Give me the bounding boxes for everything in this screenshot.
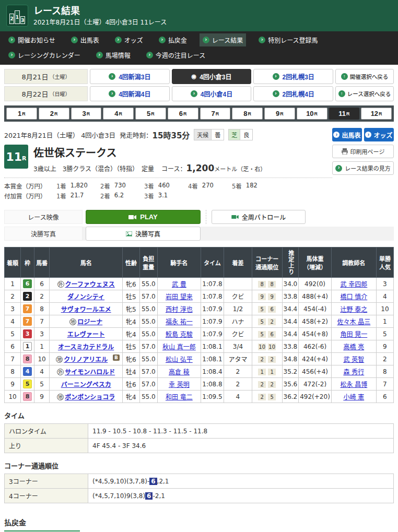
trainer-link[interactable]: 森 秀行 bbox=[343, 369, 364, 376]
jockey-link[interactable]: 鮫島 克駿 bbox=[166, 331, 193, 338]
trainer-link[interactable]: 佐々木 晶三 bbox=[337, 318, 370, 326]
race-tab-8r[interactable]: 8R bbox=[232, 108, 263, 120]
body-weight: 492(+20) bbox=[299, 391, 332, 403]
trainer-cell: 角田 晃一 bbox=[331, 328, 376, 340]
race-tab-3r[interactable]: 3R bbox=[71, 108, 102, 120]
payout-heading: 払戻金 bbox=[4, 517, 80, 531]
return-button-レース選択へ戻る[interactable]: レース選択へ戻る bbox=[335, 86, 394, 101]
waku-cell: 3 bbox=[21, 328, 34, 340]
trainer-link[interactable]: 松永 昌博 bbox=[340, 381, 367, 388]
race-tab-4r[interactable]: 4R bbox=[103, 108, 134, 120]
trainer-link[interactable]: 辻野 泰之 bbox=[340, 306, 367, 313]
nav-item-馬場情報[interactable]: 馬場情報 bbox=[93, 49, 134, 62]
prize-pair: 5着182 bbox=[232, 182, 268, 190]
date-label: 8月21日（土曜） bbox=[4, 69, 88, 84]
race-tab-5r[interactable]: 5R bbox=[135, 108, 166, 120]
horse-link[interactable]: クリノアリエル bbox=[64, 356, 108, 363]
col-header: コーナー通過順位 bbox=[252, 247, 282, 278]
race-tab-9r[interactable]: 9R bbox=[264, 108, 295, 120]
win-popularity: 5 bbox=[376, 328, 393, 340]
jockey-link[interactable]: 福永 祐一 bbox=[166, 318, 193, 326]
horse-link[interactable]: ボンボンショコラ bbox=[65, 394, 115, 401]
horse-link[interactable]: サイモンハロルド bbox=[65, 369, 115, 376]
margin: 1/2 bbox=[224, 303, 252, 315]
meeting-button-2回札幌4日[interactable]: 2回札幌4日 bbox=[253, 86, 333, 101]
prize-row: 本賞金（万円）1着1,8202着7303着4604着2705着182 bbox=[4, 182, 332, 190]
patrol-video-button[interactable]: 全周パトロール bbox=[212, 210, 306, 224]
race-tab-number: 1 bbox=[18, 110, 21, 117]
horse-link[interactable]: サヴォワールエメ bbox=[61, 306, 111, 313]
jockey-cell: 幸 英明 bbox=[157, 378, 201, 391]
nav-item-開催お知らせ[interactable]: 開催お知らせ bbox=[5, 33, 58, 46]
trainer-link[interactable]: 角田 晃一 bbox=[340, 331, 367, 338]
trainer-link[interactable]: 武 幸四郎 bbox=[340, 281, 367, 288]
meeting-button-4回新潟4日[interactable]: 4回新潟4日 bbox=[90, 86, 170, 101]
trainer-link[interactable]: 小崎 憲 bbox=[343, 394, 364, 401]
body-weight: 424(+4) bbox=[299, 353, 332, 365]
race-tab-2r[interactable]: 2R bbox=[39, 108, 69, 120]
horse-name-cell: 外サイモンハロルド bbox=[50, 365, 123, 378]
nav-item-出馬表[interactable]: 出馬表 bbox=[68, 33, 102, 46]
odds-button[interactable]: ›オッズ bbox=[364, 128, 394, 141]
waku-number: 4 bbox=[23, 367, 32, 376]
jockey-link[interactable]: 高倉 稜 bbox=[169, 369, 190, 376]
meeting-button-4回小倉3日[interactable]: ◉4回小倉3日 bbox=[172, 69, 252, 84]
trainer-link[interactable]: 武 英智 bbox=[343, 356, 364, 363]
horse-link[interactable]: バーニングペスカ bbox=[61, 381, 111, 388]
jockey-link[interactable]: 幸 英明 bbox=[169, 381, 190, 388]
waku-cell: 8 bbox=[21, 391, 34, 403]
nav-item-払戻金[interactable]: 払戻金 bbox=[156, 33, 190, 46]
prize-value: 182 bbox=[246, 182, 257, 190]
finish-time: 1:07.8 bbox=[201, 290, 224, 303]
jockey-link[interactable]: 秋山 真一郎 bbox=[162, 344, 196, 351]
nav-item-レース結果[interactable]: レース結果 bbox=[200, 33, 246, 46]
print-page-button[interactable]: 印刷用ページ bbox=[332, 145, 394, 158]
meeting-button-label: 4回新潟3日 bbox=[119, 72, 150, 81]
carried-weight: 57.0 bbox=[139, 378, 157, 391]
chevron-right-icon bbox=[8, 52, 15, 58]
finish-time: 1:07.9 bbox=[201, 315, 224, 328]
horse-link[interactable]: ロジーナ bbox=[77, 318, 102, 326]
horse-link[interactable]: オースミカテドラル bbox=[58, 344, 114, 351]
last-3f: 34.4 bbox=[282, 303, 299, 315]
meeting-button-4回小倉4日[interactable]: 4回小倉4日 bbox=[172, 86, 252, 101]
race-tab-suffix: R bbox=[54, 111, 58, 116]
jockey-link[interactable]: 武 豊 bbox=[172, 281, 186, 288]
finish-position: 1 bbox=[5, 278, 21, 290]
jockey-cell: 鮫島 克駿 bbox=[157, 328, 201, 340]
corner-position: 8 bbox=[268, 281, 276, 288]
horse-link[interactable]: クーファウェヌス bbox=[65, 281, 115, 288]
race-tab-11r[interactable]: 11R bbox=[329, 108, 360, 120]
finish-photo-button[interactable]: 決勝写真 bbox=[86, 227, 201, 241]
waku-cell: 7 bbox=[21, 315, 34, 328]
corner-position: 8 bbox=[258, 281, 266, 288]
jockey-link[interactable]: 松山 弘平 bbox=[166, 356, 193, 363]
play-button[interactable]: PLAY bbox=[86, 210, 201, 224]
corner-order-prefix: (*4,5,7,10)9(3,8) bbox=[92, 492, 145, 500]
horse-link[interactable]: エレヴァート bbox=[67, 331, 105, 338]
race-tab-7r[interactable]: 7R bbox=[200, 108, 231, 120]
nav-item-レーシングカレンダー[interactable]: レーシングカレンダー bbox=[5, 49, 84, 62]
race-tab-12r[interactable]: 12R bbox=[361, 108, 392, 120]
result-guide-button[interactable]: レース結果の見方 bbox=[332, 161, 394, 175]
trainer-link[interactable]: 橋口 慎介 bbox=[340, 293, 367, 301]
meeting-button-4回新潟3日[interactable]: 4回新潟3日 bbox=[90, 69, 170, 84]
meeting-button-2回札幌3日[interactable]: 2回札幌3日 bbox=[253, 69, 333, 84]
jockey-link[interactable]: 和田 竜二 bbox=[166, 394, 193, 401]
race-tab-6r[interactable]: 6R bbox=[168, 108, 198, 120]
jockey-link[interactable]: 岩田 望来 bbox=[166, 293, 193, 301]
race-tab-1r[interactable]: 1R bbox=[6, 108, 37, 120]
return-button-開催選択へ戻る[interactable]: 開催選択へ戻る bbox=[335, 69, 394, 84]
chevron-right-icon bbox=[8, 37, 15, 43]
nav-item-今週の注目レース[interactable]: 今週の注目レース bbox=[143, 49, 208, 62]
jockey-link[interactable]: 西村 淳也 bbox=[166, 306, 193, 313]
nav-item-特別レース登録馬[interactable]: 特別レース登録馬 bbox=[255, 33, 321, 46]
nav-item-label: レーシングカレンダー bbox=[18, 51, 80, 60]
trainer-link[interactable]: 高橋 亮 bbox=[343, 344, 364, 351]
col-header: 騎手名 bbox=[157, 247, 201, 278]
shutsuba-button[interactable]: ›出馬表 bbox=[332, 128, 362, 141]
race-tab-10r[interactable]: 10R bbox=[297, 108, 327, 120]
horse-link[interactable]: ダノンシティ bbox=[67, 293, 104, 301]
prize-pair: 4着270 bbox=[188, 182, 225, 190]
nav-item-オッズ[interactable]: オッズ bbox=[112, 33, 146, 46]
